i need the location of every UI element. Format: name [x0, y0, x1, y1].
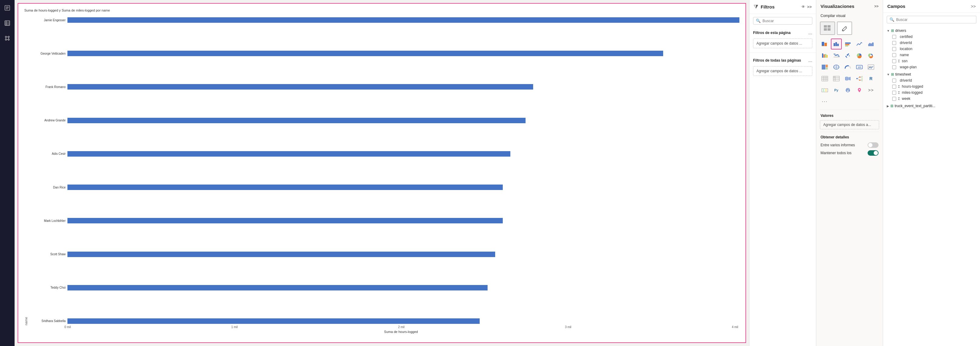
- decomp-tree-icon[interactable]: [854, 73, 865, 84]
- bar-track[interactable]: [67, 118, 740, 123]
- bar-track[interactable]: [67, 285, 740, 290]
- svg-point-65: [856, 78, 858, 79]
- matrix-viz2-icon[interactable]: [819, 85, 830, 95]
- field-checkbox[interactable]: [892, 91, 896, 95]
- svg-line-74: [860, 76, 862, 77]
- bar-track[interactable]: [67, 51, 740, 56]
- expand-icon[interactable]: >>: [807, 5, 812, 9]
- field-checkbox[interactable]: [892, 53, 896, 57]
- filters-search-box[interactable]: 🔍: [753, 17, 812, 25]
- campos-search-input[interactable]: [896, 17, 974, 22]
- campos-search-box[interactable]: 🔍: [887, 16, 976, 23]
- ai-visual-icon[interactable]: [842, 85, 853, 95]
- matrix-icon[interactable]: [831, 73, 842, 84]
- page-filters-more[interactable]: ···: [808, 32, 812, 37]
- pin-icon[interactable]: [854, 85, 865, 95]
- svg-line-73: [858, 79, 859, 80]
- more-viz-icon[interactable]: ···: [819, 96, 830, 107]
- treemap-icon[interactable]: [819, 62, 830, 73]
- area-chart-icon[interactable]: [865, 38, 877, 49]
- tree-group-header-truck_event_text_partiti[interactable]: ▶⊞truck_event_text_partiti...: [886, 103, 978, 109]
- viz-grid-icon[interactable]: [820, 22, 835, 35]
- svg-rect-79: [823, 89, 824, 92]
- filters-search-input[interactable]: [762, 19, 810, 23]
- svg-line-72: [858, 77, 859, 79]
- map-icon[interactable]: [831, 62, 842, 73]
- viz-pencil-icon[interactable]: [837, 22, 852, 35]
- bar-track[interactable]: [67, 17, 740, 23]
- card-icon[interactable]: 123: [854, 62, 865, 73]
- tree-item[interactable]: location: [886, 46, 978, 52]
- viz-expand-icon[interactable]: >>: [874, 4, 878, 8]
- stacked-column-icon[interactable]: [842, 38, 853, 49]
- field-checkbox[interactable]: [892, 35, 896, 39]
- mantener-todos-label: Mantener todos los: [821, 151, 851, 155]
- tree-item[interactable]: name: [886, 52, 978, 58]
- tree-item[interactable]: driverId: [886, 78, 978, 84]
- stacked-bar-icon[interactable]: [819, 38, 830, 49]
- pie-chart-icon[interactable]: [854, 50, 865, 61]
- python-icon[interactable]: Py: [831, 85, 842, 95]
- x-axis-tick-label: 2 mil: [398, 325, 404, 329]
- field-checkbox[interactable]: [892, 65, 896, 69]
- field-checkbox[interactable]: [892, 85, 896, 89]
- table-viz-icon[interactable]: [819, 73, 830, 84]
- r-visual-icon[interactable]: R: [865, 73, 877, 84]
- ribbon-chart-icon[interactable]: [819, 50, 830, 61]
- bar-track[interactable]: [67, 252, 740, 257]
- expand-more-icon[interactable]: >>: [865, 85, 877, 95]
- bar-fill: [67, 252, 495, 257]
- entre-varios-toggle[interactable]: [868, 142, 878, 148]
- field-checkbox[interactable]: [892, 47, 896, 51]
- table-icon[interactable]: [2, 18, 12, 28]
- bar-track[interactable]: [67, 318, 740, 324]
- clustered-bar-chart-icon[interactable]: [831, 38, 842, 49]
- svg-rect-23: [822, 42, 824, 46]
- gauge-icon[interactable]: [842, 62, 853, 73]
- filled-map-icon[interactable]: [842, 73, 853, 84]
- svg-rect-19: [824, 28, 827, 31]
- svg-rect-35: [825, 54, 826, 58]
- field-checkbox[interactable]: [892, 97, 896, 101]
- bar-fill: [67, 17, 740, 23]
- all-pages-filters-add-btn[interactable]: Agregar campos de datos ...: [753, 66, 812, 76]
- field-checkbox[interactable]: [892, 79, 896, 83]
- donut-chart-icon[interactable]: [865, 50, 877, 61]
- tree-item[interactable]: certified: [886, 34, 978, 40]
- tree-item[interactable]: wage-plan: [886, 64, 978, 70]
- scatter-chart-icon[interactable]: [842, 50, 853, 61]
- page-filters-add-btn[interactable]: Agregar campos de datos ...: [753, 38, 812, 48]
- all-pages-filters-more[interactable]: ···: [808, 59, 812, 64]
- bar-track[interactable]: [67, 151, 740, 157]
- page-filters-title: Filtros de esta página: [753, 31, 791, 35]
- tree-item[interactable]: Σweek: [886, 95, 978, 102]
- waterfall-icon[interactable]: [831, 50, 842, 61]
- bar-label: Frank Romano: [29, 85, 65, 89]
- field-checkbox[interactable]: [892, 59, 896, 63]
- field-checkbox[interactable]: [892, 41, 896, 45]
- report-icon[interactable]: [2, 3, 12, 13]
- mantener-todos-toggle[interactable]: [868, 150, 878, 156]
- chart-container: Suma de hours-logged y Suma de miles-log…: [18, 3, 746, 343]
- bar-track[interactable]: [67, 84, 740, 89]
- line-chart-icon[interactable]: [854, 38, 865, 49]
- bar-label: George Vetticaden: [29, 52, 65, 55]
- bar-track[interactable]: [67, 218, 740, 224]
- tree-group-header-timesheet[interactable]: ▼⊞timesheet: [886, 71, 978, 78]
- tree-item[interactable]: driverId: [886, 40, 978, 46]
- bar-track[interactable]: [67, 184, 740, 190]
- tree-group-header-drivers[interactable]: ▼⊞drivers: [886, 28, 978, 34]
- tree-item[interactable]: Σmiles-logged: [886, 89, 978, 95]
- tree-item[interactable]: Σssn: [886, 58, 978, 64]
- viz-title: Visualizaciones: [821, 4, 872, 9]
- campos-expand-icon[interactable]: >>: [971, 4, 976, 9]
- bar-row: Andrew Grande: [29, 116, 740, 125]
- tree-item[interactable]: Σhours-logged: [886, 84, 978, 89]
- eye-icon[interactable]: 👁: [801, 5, 805, 9]
- svg-point-37: [845, 56, 846, 57]
- valores-add-btn[interactable]: Agregar campos de datos a...: [820, 120, 879, 129]
- tree-group-label: truck_event_text_partiti...: [895, 104, 935, 108]
- model-icon[interactable]: [2, 33, 12, 43]
- chart-bars: Jamie EngesserGeorge VetticadenFrank Rom…: [29, 16, 740, 325]
- kpi-icon[interactable]: 123: [865, 62, 877, 73]
